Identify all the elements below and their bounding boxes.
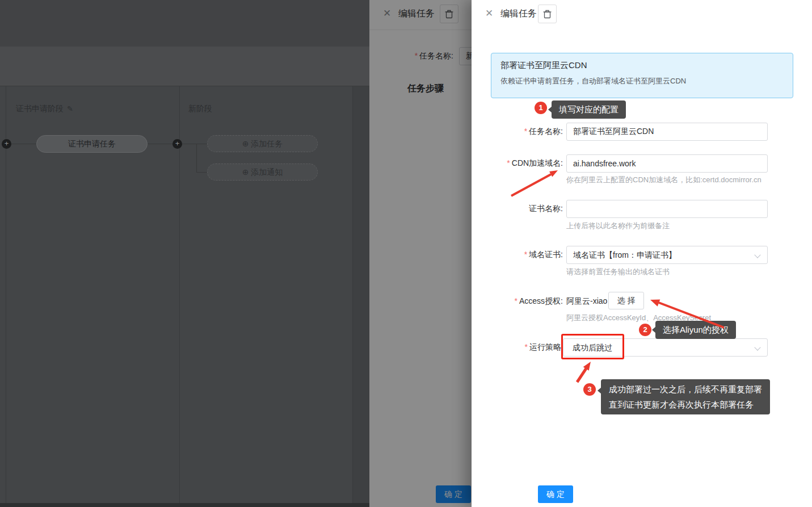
add-notification-label: 添加通知 [251,167,283,177]
circle-plus-icon: ⊕ [242,167,249,177]
connector-line [196,144,197,172]
stage-title-cert-request: 证书申请阶段✎ [16,104,73,114]
annotation-step-badge: 3 [583,383,596,396]
connector-line [148,144,173,144]
access-label: *Access授权: [472,296,563,307]
add-task-button: ⊕ 添加任务 [207,135,318,152]
stage-title-new-stage: 新阶段 [188,104,212,114]
annotation-tooltip: 填写对应的配置 [552,100,626,119]
circle-plus-icon: ⊕ [242,139,249,148]
column-divider [179,86,180,503]
cdn-domain-input[interactable] [566,154,768,173]
annotation-highlight-box [561,334,624,359]
domain-cert-label: *域名证书: [472,250,563,260]
plugin-description: 依赖证书申请前置任务，自动部署域名证书至阿里云CDN [500,76,784,86]
app-header-bar [0,0,369,47]
access-value: 阿里云-xiao [566,296,608,307]
required-mark: * [524,250,527,259]
select-value: 域名证书【from：申请证书】 [573,250,676,259]
close-icon[interactable]: ✕ [485,9,493,18]
canvas-footer [0,503,369,507]
required-mark: * [515,296,518,305]
cert-name-label: 证书名称: [472,204,563,214]
label-text: 运行策略 [529,342,561,351]
cdn-domain-label: *CDN加速域名: [472,158,563,169]
connector-line [11,144,36,144]
label-text: 证书名称: [529,204,563,213]
cdn-domain-help: 你在阿里云上配置的CDN加速域名，比如:certd.docmirror.cn [566,175,761,185]
connector-line [182,144,207,144]
add-notification-button: ⊕ 添加通知 [207,164,318,181]
edit-stage-icon: ✎ [67,104,73,113]
annotation-line: 成功部署过一次之后，后续不再重复部署 [609,382,762,397]
chevron-down-icon [754,344,760,350]
annotation-step-badge: 2 [639,324,651,336]
annotation-tooltip: 选择Aliyun的授权 [655,321,736,339]
task-node-cert-request: 证书申请任务 [36,135,148,153]
toolbar-bar [0,47,369,86]
annotation-line: 直到证书更新才会再次执行本部署任务 [609,397,762,412]
app-window: 证书申请阶段✎ 新阶段 + + 证书申请任务 ⊕ 添加任务 ⊕ 添加通知 ✕ 编… [0,0,812,507]
edit-task-drawer: ✕ 编辑任务 部署证书至阿里云CDN 依赖证书申请前置任务，自动部署域名证书至阿… [472,0,812,507]
confirm-button[interactable]: 确 定 [538,485,573,503]
plugin-title: 部署证书至阿里云CDN [500,60,784,71]
pipeline-next-column [352,86,369,503]
access-select-button[interactable]: 选 择 [608,292,644,309]
required-mark: * [507,158,510,167]
task-name-label: *任务名称: [472,127,563,137]
column-divider [352,86,353,503]
label-text: 域名证书: [529,250,563,259]
stage-title-text: 证书申请阶段 [16,104,64,113]
stage-title-text: 新阶段 [188,104,212,113]
column-divider [6,86,6,503]
cert-name-input[interactable] [566,200,768,218]
connector-line [196,172,207,173]
annotation-step-badge: 1 [535,102,547,114]
annotation-tooltip: 成功部署过一次之后，后续不再重复部署 直到证书更新才会再次执行本部署任务 [601,379,770,414]
domain-cert-help: 请选择前置任务输出的域名证书 [566,267,670,277]
add-stage-before-button: + [2,139,11,149]
domain-cert-select[interactable]: 域名证书【from：申请证书】 [566,246,768,264]
chevron-down-icon [754,252,760,258]
label-text: 任务名称: [529,127,563,136]
plus-icon: + [5,139,9,148]
label-text: Access授权: [519,296,563,305]
label-text: CDN加速域名: [512,158,563,167]
task-name-input[interactable] [566,123,768,141]
plugin-info-alert: 部署证书至阿里云CDN 依赖证书申请前置任务，自动部署域名证书至阿里云CDN [491,53,793,98]
drawer-title: 编辑任务 [500,8,537,19]
add-task-label: 添加任务 [251,139,283,148]
plus-icon: + [175,139,180,148]
required-mark: * [524,127,527,136]
trash-icon [543,10,552,19]
run-strategy-label: *运行策略 [472,342,561,353]
cert-name-help: 上传后将以此名称作为前缀备注 [566,221,670,231]
add-stage-after-button: + [173,139,182,149]
required-mark: * [525,342,528,351]
delete-task-button[interactable] [538,5,557,23]
